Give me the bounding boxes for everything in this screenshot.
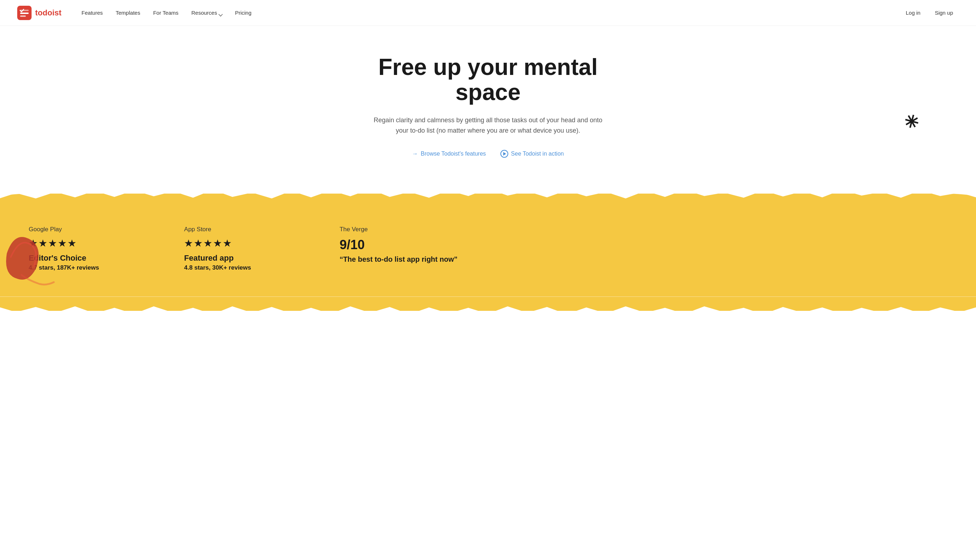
svg-rect-1 [20,10,29,11]
band-top-edge [0,193,976,208]
review-app-store: App Store ★★★★★ Featured app 4.8 stars, … [184,226,339,272]
nav-features[interactable]: Features [76,7,108,18]
brand-name: todoist [35,8,61,18]
review-title-appstore: Featured app [184,253,325,263]
nav-templates[interactable]: Templates [110,7,146,18]
review-source-google: Google Play [29,226,170,233]
play-icon [501,150,508,158]
review-stars-google: ★★★★★ [29,237,170,249]
svg-rect-3 [20,15,26,17]
review-title-google: Editor's Choice [29,253,170,263]
hero-title: Free up your mental space [345,55,632,105]
review-quote-verge: “The best to-do list app right now” [340,255,480,264]
review-source-appstore: App Store [184,226,325,233]
nav-links: Features Templates For Teams Resources P… [76,7,900,18]
review-google-play: Google Play ★★★★★ Editor's Choice 4.7 st… [29,226,184,272]
main-nav: todoist Features Templates For Teams Res… [0,0,976,26]
browse-features-link[interactable]: → Browse Todoist's features [412,150,486,157]
review-the-verge: The Verge 9/10 “The best to-do list app … [340,226,495,272]
logo-link[interactable]: todoist [17,6,61,20]
hero-subtitle: Regain clarity and calmness by getting a… [374,115,603,136]
asterisk-decoration: ✳ [902,110,921,133]
chevron-down-icon [219,12,222,14]
review-detail-appstore: 4.8 stars, 30K+ reviews [184,264,325,272]
nav-auth: Log in Sign up [900,7,959,18]
nav-for-teams[interactable]: For Teams [147,7,184,18]
reviews-band: Google Play ★★★★★ Editor's Choice 4.7 st… [0,208,976,297]
login-link[interactable]: Log in [900,7,926,18]
svg-rect-2 [20,13,29,14]
hero-ctas: → Browse Todoist's features See Todoist … [412,150,564,158]
review-score-verge: 9/10 [340,237,480,252]
nav-resources[interactable]: Resources [185,7,228,18]
review-source-verge: The Verge [340,226,480,233]
todoist-logo-icon [17,6,32,20]
nav-pricing[interactable]: Pricing [229,7,257,18]
arrow-right-icon: → [412,150,418,157]
hero-section: Free up your mental space Regain clarity… [0,26,976,179]
see-in-action-link[interactable]: See Todoist in action [501,150,564,158]
reviews-band-wrapper: Google Play ★★★★★ Editor's Choice 4.7 st… [0,193,976,311]
reviews-grid: Google Play ★★★★★ Editor's Choice 4.7 st… [29,226,495,272]
band-bottom-edge [0,297,976,311]
play-triangle [503,152,506,156]
review-detail-google: 4.7 stars, 187K+ reviews [29,264,170,272]
review-stars-appstore: ★★★★★ [184,237,325,249]
signup-link[interactable]: Sign up [929,7,959,18]
